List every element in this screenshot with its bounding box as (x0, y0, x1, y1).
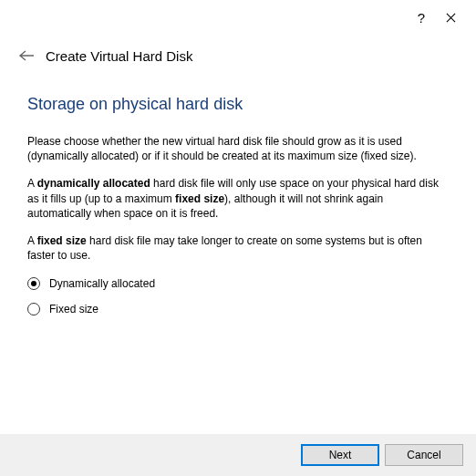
text-bold: fixed size (175, 192, 224, 205)
dynamic-desc-paragraph: A dynamically allocated hard disk file w… (27, 176, 449, 221)
text-fragment: A (27, 234, 37, 247)
storage-type-radio-group: Dynamically allocated Fixed size (27, 275, 449, 317)
titlebar: ? (0, 0, 476, 29)
x-icon (446, 13, 456, 23)
help-icon[interactable]: ? (407, 5, 436, 29)
text-fragment: hard disk file may take longer to create… (27, 234, 422, 262)
wizard-header: Create Virtual Hard Disk (0, 29, 476, 73)
section-title: Storage on physical hard disk (27, 95, 449, 114)
page-title: Create Virtual Hard Disk (46, 48, 192, 64)
back-arrow-icon[interactable] (18, 47, 35, 64)
text-fragment: A (27, 177, 37, 190)
radio-label: Dynamically allocated (49, 277, 155, 290)
wizard-content: Storage on physical hard disk Please cho… (0, 73, 476, 317)
intro-paragraph: Please choose whether the new virtual ha… (27, 134, 449, 163)
wizard-footer: Next Cancel (0, 434, 476, 476)
next-button[interactable]: Next (301, 444, 379, 466)
fixed-desc-paragraph: A fixed size hard disk file may take lon… (27, 233, 449, 263)
radio-dynamically-allocated[interactable]: Dynamically allocated (27, 275, 449, 292)
cancel-button[interactable]: Cancel (385, 444, 463, 466)
text-bold: dynamically allocated (37, 177, 150, 190)
text-bold: fixed size (37, 234, 87, 247)
radio-icon (27, 303, 40, 316)
close-icon[interactable] (436, 5, 465, 29)
radio-icon (27, 277, 40, 290)
radio-fixed-size[interactable]: Fixed size (27, 301, 449, 317)
radio-label: Fixed size (49, 303, 98, 316)
